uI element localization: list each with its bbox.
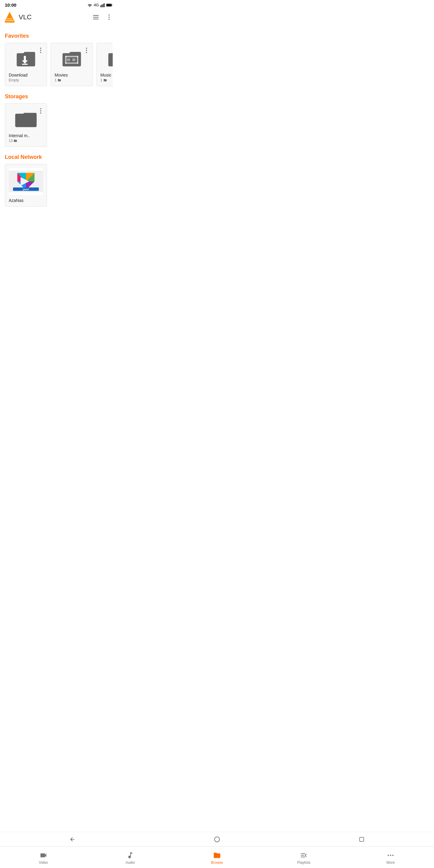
app-title: VLC: [19, 13, 90, 21]
movies-card-more-button[interactable]: [82, 45, 91, 55]
more-options-icon: [108, 14, 110, 20]
download-card-sub: Empty: [9, 78, 43, 82]
folder-sub-icon: [58, 79, 61, 82]
azanas-card-name: AzaNas: [9, 198, 43, 203]
internal-storage-more-button[interactable]: [36, 106, 45, 116]
download-card-more-button[interactable]: [36, 45, 45, 55]
music-card-sub: 1: [100, 78, 113, 82]
music-card-name: Music: [100, 73, 113, 78]
svg-rect-16: [22, 64, 28, 65]
svg-rect-0: [100, 5, 101, 7]
svg-rect-3: [104, 3, 104, 7]
svg-rect-19: [65, 56, 79, 57]
svg-rect-20: [65, 62, 79, 64]
movies-card-sub: 1: [55, 78, 89, 82]
app-bar-actions: [90, 11, 115, 23]
movies-card-name: Movies: [55, 73, 89, 78]
status-icons: 4G: [87, 3, 113, 7]
app-bar: VLC: [0, 9, 118, 26]
svg-rect-21: [67, 59, 70, 61]
svg-rect-11: [93, 15, 98, 16]
internal-storage-name: Internal m..: [9, 133, 43, 138]
list-view-button[interactable]: [90, 11, 102, 23]
storages-card-row: Internal m.. 13: [5, 103, 113, 149]
local-network-card-row: QNAP AzaNas: [5, 164, 113, 209]
internal-storage-card[interactable]: Internal m.. 13: [5, 103, 47, 147]
internal-storage-sub: 13: [9, 138, 43, 143]
folder-sub-icon-music: [103, 79, 107, 82]
battery-icon: [106, 3, 113, 7]
svg-rect-8: [5, 22, 14, 23]
list-view-icon: [92, 13, 99, 21]
favorites-section-title: Favorites: [5, 33, 113, 39]
svg-rect-10: [6, 20, 13, 21]
storages-section-title: Storages: [5, 93, 113, 100]
svg-rect-6: [112, 4, 113, 5]
svg-rect-1: [101, 4, 102, 7]
local-network-section-title: Local Network: [5, 154, 113, 160]
music-card[interactable]: Music 1: [96, 43, 113, 86]
qnap-logo: QNAP: [9, 169, 43, 193]
svg-rect-13: [93, 19, 98, 19]
folder-sub-icon-storage: [13, 139, 17, 143]
svg-marker-7: [5, 12, 14, 22]
4g-icon: 4G: [94, 3, 99, 7]
download-card-name: Download: [9, 73, 43, 78]
more-options-button[interactable]: [103, 11, 115, 23]
signal-icon: [100, 3, 105, 7]
main-content: Favorites: [0, 26, 118, 233]
vlc-logo: [4, 11, 16, 23]
svg-text:QNAP: QNAP: [23, 188, 30, 191]
wifi-icon: [87, 3, 93, 7]
azanas-image: QNAP: [9, 168, 43, 195]
svg-rect-9: [7, 19, 12, 19]
status-bar: 10:00 4G: [0, 0, 118, 9]
azanas-card[interactable]: QNAP AzaNas: [5, 164, 47, 207]
movies-card[interactable]: Movies 1: [51, 43, 93, 86]
favorites-card-row: Download Empty: [5, 43, 113, 89]
download-card[interactable]: Download Empty: [5, 43, 47, 86]
svg-rect-22: [72, 59, 76, 61]
svg-rect-12: [93, 17, 98, 18]
svg-rect-5: [107, 4, 111, 6]
status-time: 10:00: [5, 2, 16, 7]
svg-rect-2: [103, 4, 103, 7]
music-folder-icon: [100, 48, 113, 69]
